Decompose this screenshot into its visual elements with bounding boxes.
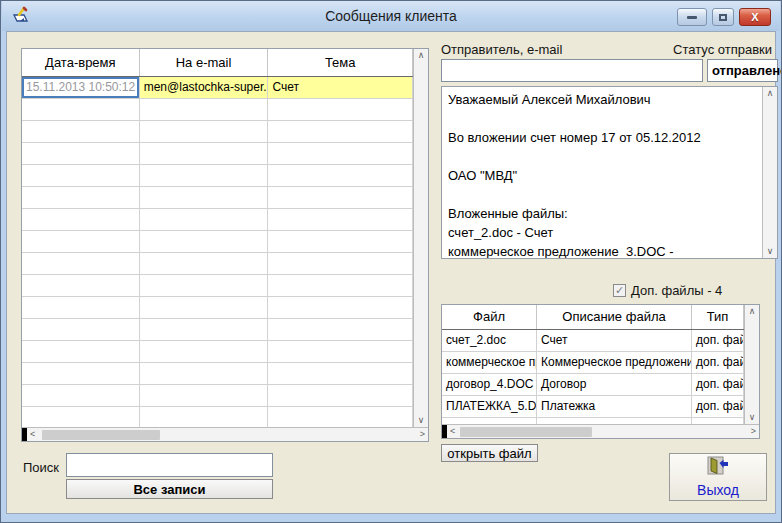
- search-input[interactable]: [66, 453, 273, 477]
- empty-cell: [268, 209, 413, 230]
- empty-cell: [140, 231, 269, 252]
- empty-cell: [140, 121, 269, 142]
- empty-cell: [268, 143, 413, 164]
- open-file-button[interactable]: открыть файл: [441, 444, 538, 462]
- scroll-down-icon[interactable]: ∨: [415, 416, 428, 425]
- file-name-cell[interactable]: счет_2.doc: [442, 330, 537, 351]
- scroll-right-icon[interactable]: >: [748, 427, 759, 436]
- table-row[interactable]: счет_2.docСчетдоп. файл: [442, 330, 744, 352]
- empty-cell: [140, 253, 269, 274]
- close-button[interactable]: X: [739, 8, 771, 26]
- extra-files-label: Доп. файлы - 4: [631, 283, 722, 298]
- messages-vertical-scrollbar[interactable]: ∧ ∨: [413, 49, 428, 427]
- empty-row: [22, 363, 413, 385]
- files-table: Файл Описание файла Тип счет_2.docСчетдо…: [441, 304, 760, 439]
- empty-cell: [140, 275, 269, 296]
- file-description-cell[interactable]: Коммерческое предложение: [537, 352, 692, 373]
- sender-email-input[interactable]: [441, 59, 703, 82]
- empty-cell: [268, 165, 413, 186]
- empty-cell: [22, 231, 140, 252]
- exit-button[interactable]: Выход: [669, 453, 767, 501]
- file-type-cell[interactable]: доп. файл: [692, 396, 744, 417]
- empty-cell: [140, 187, 269, 208]
- column-header-email: На e-mail: [140, 49, 269, 76]
- empty-row: [22, 231, 413, 253]
- message-datetime-cell[interactable]: 15.11.2013 10:50:12: [22, 77, 140, 98]
- files-horizontal-scrollbar[interactable]: < >: [442, 424, 759, 438]
- maximize-icon: [719, 14, 727, 21]
- search-label: Поиск: [23, 460, 59, 475]
- scroll-right-icon[interactable]: >: [417, 430, 428, 439]
- empty-cell: [268, 253, 413, 274]
- empty-row: [22, 143, 413, 165]
- empty-cell: [140, 319, 269, 340]
- message-subject-cell[interactable]: Счет: [268, 77, 413, 98]
- scroll-left-icon[interactable]: <: [27, 430, 38, 439]
- empty-row: [22, 297, 413, 319]
- empty-row: [22, 385, 413, 407]
- file-type-cell[interactable]: доп. файл: [692, 374, 744, 395]
- file-description-cell[interactable]: Платежка: [537, 396, 692, 417]
- empty-cell: [22, 121, 140, 142]
- empty-cell: [22, 143, 140, 164]
- empty-cell: [140, 143, 269, 164]
- empty-cell: [140, 165, 269, 186]
- all-records-button[interactable]: Все записи: [66, 479, 273, 499]
- column-header-description: Описание файла: [537, 305, 692, 329]
- messages-table: Дата-время На e-mail Тема 15.11.2013 10:…: [21, 48, 429, 442]
- empty-row: [22, 407, 413, 427]
- file-name-cell[interactable]: ПЛАТЕЖКА_5.DOC: [442, 396, 537, 417]
- table-row[interactable]: коммерческое предложение_3.DOCКоммерческ…: [442, 352, 744, 374]
- empty-cell: [268, 407, 413, 427]
- column-header-type: Тип: [692, 305, 744, 329]
- scroll-up-icon[interactable]: ∧: [746, 307, 759, 316]
- file-type-cell[interactable]: доп. файл: [692, 330, 744, 351]
- empty-cell: [268, 231, 413, 252]
- empty-cell: [268, 297, 413, 318]
- status-label: Статус отправки: [673, 42, 772, 57]
- scroll-down-icon[interactable]: ∨: [746, 413, 759, 422]
- message-body-text[interactable]: Уважаемый Алексей Михайлович Во вложении…: [442, 87, 762, 258]
- file-type-cell[interactable]: доп. файл: [692, 352, 744, 373]
- minimize-button[interactable]: [677, 8, 707, 26]
- scrollbar-thumb[interactable]: [460, 427, 592, 437]
- messages-horizontal-scrollbar[interactable]: < >: [22, 427, 428, 441]
- empty-row: [22, 121, 413, 143]
- extra-files-checkbox-row: ✓ Доп. файлы - 4: [613, 283, 722, 298]
- empty-cell: [268, 363, 413, 384]
- scroll-down-icon[interactable]: ∨: [764, 247, 777, 256]
- table-row[interactable]: договор_4.DOCДоговордоп. файл: [442, 374, 744, 396]
- scrollbar-thumb[interactable]: [42, 430, 160, 440]
- scroll-left-icon[interactable]: <: [447, 427, 458, 436]
- files-table-rows: счет_2.docСчетдоп. файлкоммерческое пред…: [442, 330, 744, 424]
- empty-cell: [22, 407, 140, 427]
- empty-cell: [268, 319, 413, 340]
- messages-table-header: Дата-время На e-mail Тема: [22, 49, 413, 77]
- file-name-cell[interactable]: договор_4.DOC: [442, 374, 537, 395]
- empty-cell: [22, 99, 140, 120]
- scroll-up-icon[interactable]: ∧: [764, 89, 777, 98]
- empty-cell: [22, 275, 140, 296]
- empty-cell: [22, 253, 140, 274]
- file-name-cell[interactable]: коммерческое предложение_3.DOC: [442, 352, 537, 373]
- empty-cell: [22, 187, 140, 208]
- client-messages-window: Сообщения клиента X Дата-время На e-mail…: [0, 0, 782, 523]
- table-row[interactable]: 15.11.2013 10:50:12men@lastochka-super.r…: [22, 77, 413, 99]
- table-row[interactable]: ПЛАТЕЖКА_5.DOCПлатежкадоп. файл: [442, 396, 744, 418]
- empty-cell: [140, 407, 269, 427]
- message-vertical-scrollbar[interactable]: ∧ ∨: [762, 87, 777, 258]
- file-description-cell[interactable]: Договор: [537, 374, 692, 395]
- maximize-button[interactable]: [712, 8, 734, 26]
- window-body: Дата-время На e-mail Тема 15.11.2013 10:…: [6, 31, 776, 514]
- files-vertical-scrollbar[interactable]: ∧ ∨: [744, 305, 759, 424]
- empty-cell: [22, 385, 140, 406]
- message-body-box: Уважаемый Алексей Михайлович Во вложении…: [441, 86, 778, 259]
- sender-label: Отправитель, e-mail: [441, 42, 562, 57]
- scroll-up-icon[interactable]: ∧: [415, 51, 428, 60]
- titlebar: Сообщения клиента X: [2, 1, 780, 31]
- exit-button-label: Выход: [697, 482, 739, 498]
- message-email-cell[interactable]: men@lastochka-super.ru: [140, 77, 269, 98]
- status-value: отправлено: [707, 59, 778, 82]
- extra-files-checkbox[interactable]: ✓: [613, 284, 626, 297]
- file-description-cell[interactable]: Счет: [537, 330, 692, 351]
